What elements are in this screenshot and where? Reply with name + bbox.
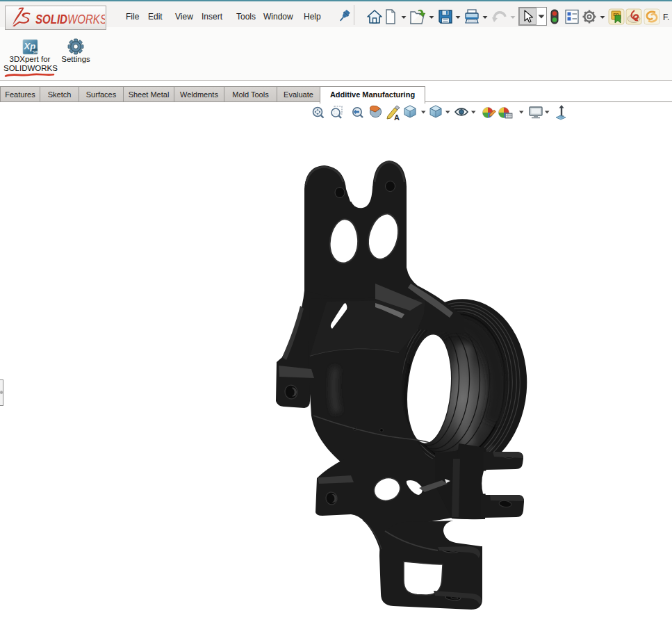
svg-text:SOLID: SOLID xyxy=(35,13,67,26)
svg-text:SW: SW xyxy=(33,50,40,54)
svg-text:WORKS: WORKS xyxy=(67,13,105,26)
